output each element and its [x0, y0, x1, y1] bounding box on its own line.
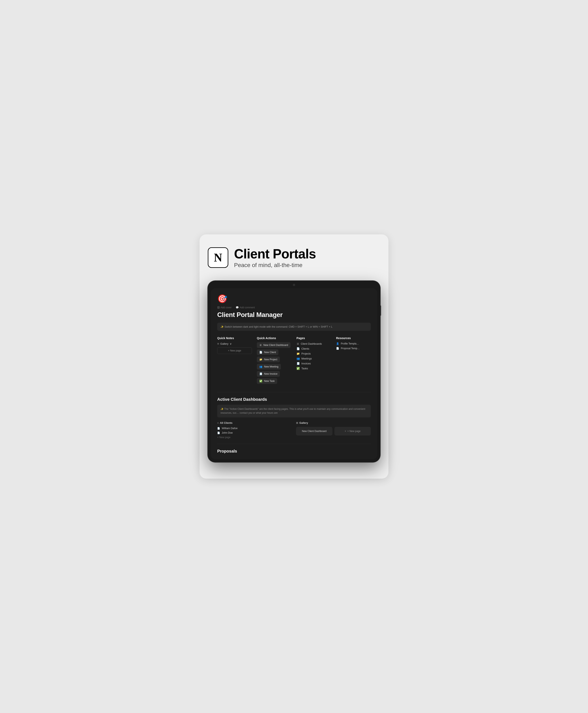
page-link-invoices[interactable]: 🧾 Invoices — [296, 362, 331, 365]
meetings-page-icon: 👥 — [296, 357, 300, 360]
clients-page-icon: 📄 — [296, 347, 300, 350]
active-dashboards-section: Active Client Dashboards ✨ The "Active C… — [217, 397, 371, 439]
invoices-page-icon: 🧾 — [296, 362, 300, 365]
dashboard-icon: 🖥 — [259, 344, 262, 347]
header-text: Client Portals Peace of mind, all-the-ti… — [234, 247, 316, 268]
add-comment-btn[interactable]: 💬 Add comment — [236, 306, 255, 309]
quick-actions-header: Quick Actions — [257, 337, 292, 340]
pages-col: Pages 🖥 Client Dashboards 📄 Clients 📁 Pr… — [296, 337, 331, 385]
gallery-view-selector[interactable]: ⊞ Gallery — [296, 422, 371, 424]
quick-notes-new-page-btn[interactable]: + New page — [217, 347, 252, 354]
proposals-title: Proposals — [217, 449, 371, 453]
proposal-icon: 📄 — [336, 347, 339, 350]
invoice-icon: 🧾 — [259, 372, 262, 375]
active-dashboards-banner: ✨ The "Active Client Dashboards" are the… — [217, 405, 371, 417]
client-john-doe[interactable]: 📄 John Doe — [217, 431, 292, 434]
page-wrapper: N Client Portals Peace of mind, all-the-… — [200, 235, 388, 479]
side-button — [380, 305, 381, 316]
new-invoice-btn[interactable]: 🧾 New Invoice — [257, 371, 280, 377]
add-cover-btn[interactable]: 🖼 Add cover — [217, 306, 232, 309]
tasks-page-icon: ✅ — [296, 367, 300, 370]
app-title: Client Portals — [234, 247, 316, 261]
page-link-clients[interactable]: 📄 Clients — [296, 347, 331, 350]
new-task-btn[interactable]: ✅ New Task — [257, 378, 277, 384]
page-link-meetings[interactable]: 👥 Meetings — [296, 357, 331, 360]
resources-header: Resources — [336, 337, 371, 340]
gallery-view-col: ⊞ Gallery New Client Dashboard + + New p… — [296, 422, 371, 439]
divider-2 — [217, 444, 371, 444]
page-link-projects[interactable]: 📁 Projects — [296, 352, 331, 355]
device-frame: 🎯 🖼 Add cover 💬 Add comment Client Porta… — [208, 281, 380, 462]
project-icon: 📁 — [259, 358, 262, 361]
list-new-page-btn[interactable]: + New page — [217, 436, 292, 439]
file-icon-2: 📄 — [217, 432, 220, 434]
page-link-dashboards[interactable]: 🖥 Client Dashboards — [296, 342, 331, 345]
resource-proposal-template[interactable]: 📄 Proposal Temp… — [336, 347, 371, 350]
gallery-selector[interactable]: ⊞ Gallery ∨ — [217, 342, 252, 345]
gallery-grid: New Client Dashboard + + New page — [296, 427, 371, 435]
camera-notch — [293, 284, 295, 286]
new-client-dashboard-btn[interactable]: 🖥 New Client Dashboard — [257, 342, 291, 348]
device-screen: 🎯 🖼 Add cover 💬 Add comment Client Porta… — [211, 288, 377, 459]
all-clients-list: ≡ All Clients 📄 William Dafoe 📄 John Doe — [217, 422, 292, 439]
header-section: N Client Portals Peace of mind, all-the-… — [208, 247, 380, 268]
page-icon: 🎯 — [217, 294, 371, 304]
notion-content: 🎯 🖼 Add cover 💬 Add comment Client Porta… — [211, 288, 377, 459]
quick-notes-col: Quick Notes ⊞ Gallery ∨ + New page — [217, 337, 252, 385]
list-view-selector[interactable]: ≡ All Clients — [217, 422, 292, 424]
new-client-btn[interactable]: 📄 New Client — [257, 349, 278, 355]
pages-header: Pages — [296, 337, 331, 340]
notion-logo: N — [208, 247, 228, 268]
resource-profile-template[interactable]: 👤 Profile Templa… — [336, 342, 371, 345]
meeting-icon: 👥 — [259, 365, 262, 368]
task-icon: ✅ — [259, 380, 262, 383]
resources-col: Resources 👤 Profile Templa… 📄 Proposal T… — [336, 337, 371, 385]
page-title: Client Portal Manager — [217, 311, 371, 319]
projects-page-icon: 📁 — [296, 352, 300, 355]
new-project-btn[interactable]: 📁 New Project — [257, 356, 280, 362]
list-icon: ≡ — [217, 422, 219, 424]
proposals-section: Proposals — [217, 449, 371, 453]
gallery-card-new-page[interactable]: + + New page — [334, 427, 371, 435]
grid-icon: ⊞ — [217, 342, 219, 345]
image-icon: 🖼 — [217, 306, 220, 309]
gallery-card-new-dashboard[interactable]: New Client Dashboard — [296, 427, 332, 435]
gallery-grid-icon: ⊞ — [296, 422, 298, 424]
app-subtitle: Peace of mind, all-the-time — [234, 262, 316, 268]
page-meta: 🖼 Add cover 💬 Add comment — [217, 306, 371, 309]
four-col-grid: Quick Notes ⊞ Gallery ∨ + New page Quick… — [217, 337, 371, 385]
client-icon: 📄 — [259, 351, 262, 354]
info-banner: ✨ Switch between dark and light mode wit… — [217, 323, 371, 331]
quick-notes-header: Quick Notes — [217, 337, 252, 340]
active-dashboards-title: Active Client Dashboards — [217, 397, 371, 402]
profile-icon: 👤 — [336, 342, 339, 345]
dashboard-page-icon: 🖥 — [296, 342, 299, 345]
quick-actions-col: Quick Actions 🖥 New Client Dashboard 📄 N… — [257, 337, 292, 385]
file-icon-1: 📄 — [217, 427, 220, 430]
page-link-tasks[interactable]: ✅ Tasks — [296, 367, 331, 370]
comment-icon: 💬 — [236, 306, 239, 309]
clients-two-col: ≡ All Clients 📄 William Dafoe 📄 John Doe — [217, 422, 371, 439]
client-william-dafoe[interactable]: 📄 William Dafoe — [217, 427, 292, 430]
chevron-icon: ∨ — [230, 342, 232, 345]
new-meeting-btn[interactable]: 👥 New Meeting — [257, 364, 281, 369]
